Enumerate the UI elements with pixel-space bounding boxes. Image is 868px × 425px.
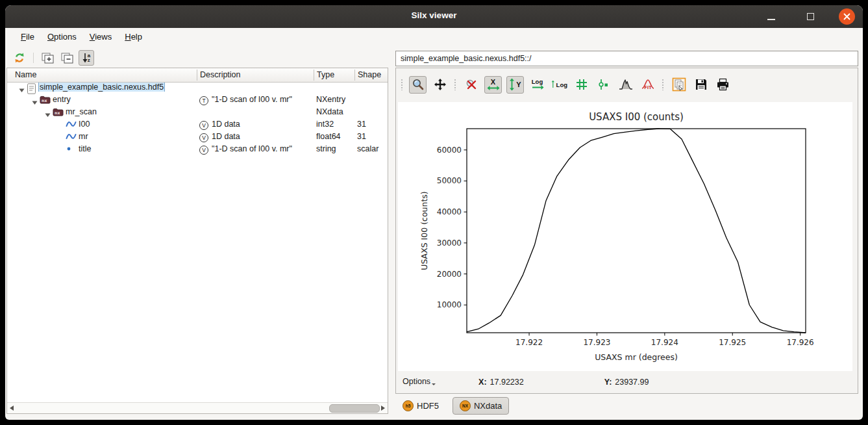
print-button[interactable] — [714, 76, 732, 94]
sort-button[interactable]: a z — [79, 50, 94, 66]
reset-zoom-icon — [465, 78, 478, 91]
x-autoscale-button[interactable]: X — [484, 76, 502, 94]
expand-all-button[interactable] — [40, 50, 55, 66]
column-header-shape[interactable]: Shape — [358, 70, 381, 79]
tree-item-name[interactable]: simple_example_basic.nexus.hdf5 — [38, 83, 165, 92]
tree-row-I00[interactable]: I00V1D dataint3231 — [7, 119, 388, 131]
x-tick-label: 17.923 — [583, 338, 610, 347]
maximize-icon — [807, 13, 814, 20]
y-axis-arrow-icon — [509, 78, 515, 91]
grid-button[interactable] — [573, 76, 590, 94]
close-button[interactable] — [839, 8, 855, 25]
x-tick-label: 17.924 — [651, 338, 678, 347]
refresh-button[interactable] — [12, 50, 27, 66]
copy-icon — [672, 77, 686, 92]
menu-options[interactable]: Options — [41, 30, 83, 44]
tree-item-description: V1D data — [199, 120, 311, 130]
tree-row-mr_scan[interactable]: nxmr_scanNXdata — [7, 107, 388, 119]
tree-item-name[interactable]: I00 — [77, 120, 91, 129]
data-curve — [467, 129, 806, 333]
y-tick-label: 50000 — [437, 176, 462, 185]
tree-item-type: int32 — [316, 120, 353, 129]
refresh-icon — [14, 52, 25, 64]
pan-mode-button[interactable] — [431, 76, 449, 94]
plot-widget: X Y Log — [395, 68, 858, 394]
column-divider[interactable] — [314, 70, 314, 81]
dataset-curve-icon — [66, 120, 77, 128]
menu-bar: FileOptionsViewsHelp — [5, 28, 863, 45]
file-icon — [27, 83, 36, 94]
zoom-mode-button[interactable] — [409, 76, 427, 94]
tab-label: NXdata — [474, 401, 502, 411]
dataset-path-header: simple_example_basic.nexus.hdf5::/ — [395, 51, 858, 66]
y-tick-label: 40000 — [437, 207, 462, 216]
toolbar-grip[interactable] — [401, 79, 404, 90]
histogram-button[interactable] — [617, 76, 634, 94]
x-axis-label: USAXS mr (degrees) — [595, 352, 678, 362]
tree-row-title[interactable]: titleV"1-D scan of I00 v. mr"stringscala… — [7, 144, 388, 156]
expander-icon[interactable] — [32, 100, 38, 105]
nx-icon: NX — [460, 400, 471, 411]
sort-az-icon: a z — [88, 53, 90, 62]
tree-item-name[interactable]: entry — [51, 95, 72, 104]
y-log-scale-button[interactable]: Log — [551, 76, 568, 94]
toolbar-grip[interactable] — [454, 79, 457, 90]
maximize-button[interactable] — [802, 8, 819, 25]
pan-icon — [434, 78, 447, 91]
x-log-arrow-icon — [531, 84, 544, 90]
column-header-type[interactable]: Type — [317, 70, 334, 79]
menu-views[interactable]: Views — [83, 30, 118, 44]
reset-zoom-button[interactable] — [462, 76, 480, 94]
x-log-scale-button[interactable]: Log — [528, 76, 546, 94]
screen: { "window": { "title": "Silx viewer" }, … — [0, 0, 868, 425]
tree-item-shape: scalar — [357, 144, 387, 153]
tree-item-name[interactable]: title — [77, 144, 92, 153]
column-header-name[interactable]: Name — [15, 70, 36, 79]
tree-item-description: T"1-D scan of I00 v. mr" — [199, 95, 311, 105]
copy-button[interactable] — [670, 76, 688, 94]
curve-style-icon — [597, 78, 610, 91]
y-tick-label: 10000 — [437, 300, 462, 309]
plot-title: USAXS I00 (counts) — [589, 111, 684, 123]
scroll-right-button[interactable] — [378, 403, 388, 413]
fit-button[interactable]: FIT — [639, 76, 656, 94]
collapse-all-button[interactable] — [59, 50, 75, 66]
y-autoscale-button[interactable]: Y — [506, 76, 524, 94]
badge-T-icon: T — [199, 96, 208, 105]
column-header-description[interactable]: Description — [200, 70, 241, 79]
plot-options-button[interactable]: Options — [403, 377, 436, 387]
toolbar-separator — [33, 53, 34, 63]
plot-figure: USAXS I00 (counts)USAXS mr (degrees)USAX… — [398, 102, 852, 371]
hdf5-tree: Name Description Type Shape simple_examp… — [6, 68, 388, 414]
tab-nxdata[interactable]: NXNXdata — [453, 397, 509, 415]
cursor-x-label: X: — [478, 378, 487, 387]
title-bar[interactable]: Silx viewer — [5, 5, 863, 29]
menu-file[interactable]: File — [14, 30, 41, 44]
tree-row-mr[interactable]: mrV1D datafloat6431 — [7, 131, 388, 144]
tree-row-simple_example_basic.nexus.hdf5[interactable]: simple_example_basic.nexus.hdf5 — [7, 82, 388, 94]
tree-item-name[interactable]: mr — [77, 132, 90, 141]
tree-item-name[interactable]: mr_scan — [64, 107, 98, 116]
column-divider[interactable] — [354, 70, 355, 81]
close-icon — [843, 12, 851, 21]
tree-header[interactable]: Name Description Type Shape — [7, 68, 388, 83]
badge-V-icon: V — [199, 146, 208, 155]
badge-V-icon: V — [199, 121, 208, 130]
tree-row-entry[interactable]: nxentryT"1-D scan of I00 v. mr"NXentry — [7, 94, 388, 107]
plot-canvas[interactable]: USAXS I00 (counts)USAXS mr (degrees)USAX… — [398, 102, 852, 371]
expander-icon[interactable] — [19, 88, 25, 93]
menu-help[interactable]: Help — [118, 30, 149, 44]
tab-hdf5[interactable]: h5HDF5 — [395, 397, 446, 415]
minimize-button[interactable] — [763, 8, 780, 25]
save-button[interactable] — [692, 76, 710, 94]
expander-icon[interactable] — [45, 112, 51, 118]
toolbar-grip[interactable] — [662, 79, 665, 90]
tree-horizontal-scrollbar[interactable] — [7, 402, 388, 413]
column-divider[interactable] — [197, 70, 197, 81]
y-axis-label: USAXS I00 (counts) — [419, 191, 429, 270]
curve-style-button[interactable] — [595, 76, 612, 94]
plot-toolbar: X Y Log — [400, 72, 732, 97]
scroll-left-button[interactable] — [7, 403, 16, 413]
tree-item-type: NXentry — [316, 95, 353, 104]
scrollbar-thumb[interactable] — [329, 404, 380, 413]
